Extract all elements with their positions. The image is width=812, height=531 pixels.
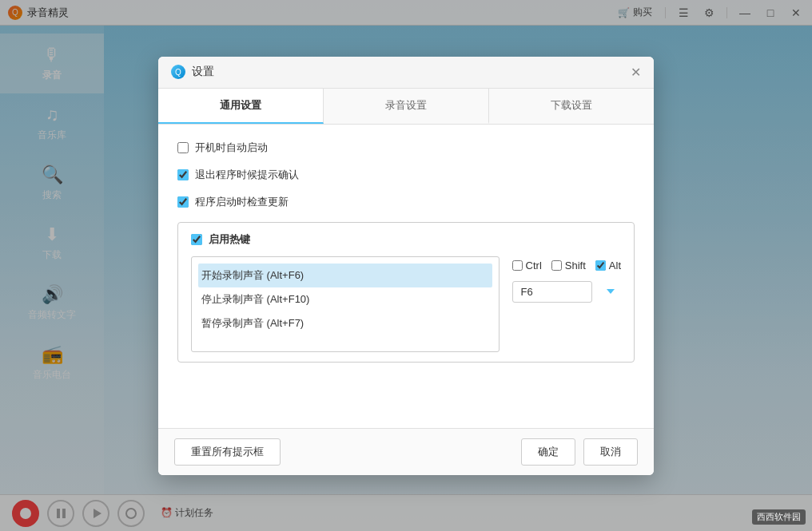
ok-button[interactable]: 确定: [521, 438, 575, 466]
dialog-title: Q 设置: [171, 65, 214, 79]
site-watermark: 西西软件园: [752, 509, 806, 525]
startup-row: 开机时自动启动: [177, 141, 635, 155]
dialog-titlebar: Q 设置 ✕: [158, 57, 654, 89]
exit-confirm-checkbox[interactable]: [177, 169, 189, 180]
dialog-close-button[interactable]: ✕: [631, 65, 641, 80]
check-update-row: 程序启动时检查更新: [177, 195, 635, 209]
hotkey-item-1[interactable]: 停止录制声音 (Alt+F10): [198, 287, 492, 311]
modal-overlay: Q 设置 ✕ 通用设置 录音设置 下载设置 开机时自动启动 退出程序时候提示确认: [0, 0, 812, 531]
ctrl-label: Ctrl: [526, 260, 542, 271]
select-arrow-icon: [607, 289, 615, 294]
shift-check: Shift: [551, 260, 586, 271]
tab-general[interactable]: 通用设置: [158, 89, 324, 124]
watermark-text: 西西软件园: [757, 512, 801, 521]
cancel-button[interactable]: 取消: [583, 438, 638, 466]
settings-dialog: Q 设置 ✕ 通用设置 录音设置 下载设置 开机时自动启动 退出程序时候提示确认: [158, 57, 654, 475]
dialog-title-text: 设置: [192, 65, 214, 79]
key-select[interactable]: F1F2F3 F4F5F6 F7F8F9 F10F11F12: [512, 281, 592, 303]
startup-checkbox[interactable]: [177, 142, 189, 153]
hotkey-header: 启用热键: [191, 232, 621, 247]
dialog-body: 开机时自动启动 退出程序时候提示确认 程序启动时检查更新 启用热键: [158, 125, 654, 428]
exit-confirm-label[interactable]: 退出程序时候提示确认: [195, 168, 299, 182]
tab-download[interactable]: 下载设置: [489, 89, 654, 124]
check-update-label[interactable]: 程序启动时检查更新: [195, 195, 289, 209]
hotkey-list[interactable]: 开始录制声音 (Alt+F6) 停止录制声音 (Alt+F10) 暂停录制声音 …: [191, 256, 500, 352]
hotkey-section-label[interactable]: 启用热键: [209, 232, 250, 247]
shift-label: Shift: [565, 260, 586, 271]
check-update-checkbox[interactable]: [177, 196, 189, 208]
dialog-footer: 重置所有提示框 确定 取消: [158, 428, 654, 475]
ctrl-checkbox[interactable]: [512, 260, 523, 271]
reset-button[interactable]: 重置所有提示框: [174, 438, 281, 466]
alt-check: Alt: [595, 260, 621, 271]
modifier-checks: Ctrl Shift Alt: [512, 260, 621, 271]
dialog-title-icon: Q: [171, 65, 185, 79]
alt-checkbox[interactable]: [595, 260, 606, 271]
startup-label[interactable]: 开机时自动启动: [195, 141, 268, 155]
hotkey-item-0[interactable]: 开始录制声音 (Alt+F6): [198, 264, 492, 287]
alt-label: Alt: [609, 260, 621, 271]
hotkey-content: 开始录制声音 (Alt+F6) 停止录制声音 (Alt+F10) 暂停录制声音 …: [191, 256, 621, 352]
hotkey-enable-checkbox[interactable]: [191, 234, 202, 245]
hotkey-item-2[interactable]: 暂停录制声音 (Alt+F7): [198, 311, 492, 335]
shift-checkbox[interactable]: [551, 260, 562, 271]
footer-right: 确定 取消: [521, 438, 638, 466]
hotkey-options: Ctrl Shift Alt: [512, 256, 621, 352]
key-select-wrapper: F1F2F3 F4F5F6 F7F8F9 F10F11F12: [512, 281, 621, 303]
hotkey-section: 启用热键 开始录制声音 (Alt+F6) 停止录制声音 (Alt+F10) 暂停…: [177, 222, 635, 363]
ctrl-check: Ctrl: [512, 260, 542, 271]
dialog-tabs: 通用设置 录音设置 下载设置: [158, 89, 654, 125]
footer-left: 重置所有提示框: [174, 438, 281, 466]
tab-record[interactable]: 录音设置: [324, 89, 489, 124]
exit-confirm-row: 退出程序时候提示确认: [177, 168, 635, 182]
